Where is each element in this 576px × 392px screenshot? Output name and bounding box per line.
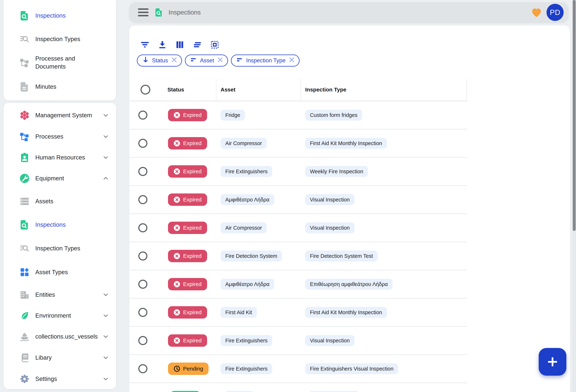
table-header: Status Asset Inspection Type xyxy=(129,78,467,101)
sidebar-item-settings[interactable]: Settings xyxy=(4,370,116,388)
chevron-down-icon[interactable] xyxy=(102,291,110,299)
close-icon[interactable] xyxy=(171,56,178,65)
plus-icon xyxy=(546,355,559,368)
sidebar-item-collections-usc-vessels[interactable]: collections.usc_vessels xyxy=(4,327,116,346)
sidebar-item-assets[interactable]: Assets xyxy=(4,192,116,210)
status-badge: Expired xyxy=(168,222,207,234)
heart-icon[interactable] xyxy=(531,7,542,18)
building-icon xyxy=(19,289,30,301)
rack-list-icon xyxy=(19,195,30,207)
inspection-type-chip: First Aid Kit Monthly Inspection xyxy=(305,138,387,149)
row-select-radio[interactable] xyxy=(138,110,147,120)
sidebar-item-label: Inspections xyxy=(35,12,66,20)
chevron-down-icon[interactable] xyxy=(102,375,110,383)
table-row[interactable]: ExpiredFirst Aid KitFirst Aid Kit Monthl… xyxy=(129,299,467,327)
sidebar-item-envrironment[interactable]: Envrironment xyxy=(4,307,116,325)
sidebar-item-management-system[interactable]: Management System xyxy=(4,106,116,124)
status-badge: Expired xyxy=(168,109,207,121)
sidebar-item-processes[interactable]: Processes xyxy=(4,128,116,146)
chevron-down-icon[interactable] xyxy=(102,154,110,161)
row-select-radio[interactable] xyxy=(138,364,147,373)
sidebar-item-libary[interactable]: Libary xyxy=(4,349,116,367)
search-list-icon xyxy=(19,33,30,45)
leaf-icon xyxy=(19,310,30,322)
asset-chip: Air Compressor xyxy=(221,138,267,149)
sidebar-item-processes-and-documents[interactable]: Processes and Documents xyxy=(4,50,116,75)
octagon-x-icon xyxy=(173,224,180,231)
scrollbar-thumb[interactable] xyxy=(573,0,576,231)
status-label: Expired xyxy=(183,338,202,344)
sidebar-item-inspection-types[interactable]: Inspection Types xyxy=(4,239,116,258)
document-icon xyxy=(19,81,30,93)
close-icon[interactable] xyxy=(217,56,224,65)
table-row[interactable]: ExpiredFire Detection SystemFire Detecti… xyxy=(129,242,467,270)
sidebar-item-human-resources[interactable]: Human Resources xyxy=(4,148,116,167)
column-header-asset: Asset xyxy=(221,86,235,93)
filter-list-icon[interactable] xyxy=(140,40,150,50)
table-row-partial[interactable] xyxy=(129,383,467,392)
close-icon[interactable] xyxy=(288,56,295,65)
row-select-radio[interactable] xyxy=(138,195,147,204)
status-label: Expired xyxy=(183,112,202,118)
inspection-doc-icon xyxy=(19,10,30,22)
value-chip xyxy=(225,391,254,392)
sidebar-item-label: Inspection Types xyxy=(35,244,80,252)
table-row[interactable]: ExpiredΑμφιθέατρο ΛήδραVisual Inspection xyxy=(129,186,467,214)
filter-chip-status[interactable]: Status xyxy=(137,54,182,67)
table-row[interactable]: ExpiredFire ExtinguishersWeekly Fire Ins… xyxy=(129,158,467,186)
filter-chip-inspection-type[interactable]: Inspection Type xyxy=(231,54,300,67)
row-select-radio[interactable] xyxy=(138,139,147,148)
chevron-down-icon[interactable] xyxy=(102,354,110,362)
table-row[interactable]: ExpiredAir CompressorVisual Inspection xyxy=(129,214,467,242)
table-row[interactable]: ExpiredFridgeCustom form fridges xyxy=(129,101,467,130)
columns-icon[interactable] xyxy=(175,40,185,50)
asset-chip: Fire Extinguishers xyxy=(221,335,272,346)
chevron-up-icon[interactable] xyxy=(102,175,110,182)
chevron-down-icon[interactable] xyxy=(102,133,110,140)
sidebar-item-equipment[interactable]: Equipment xyxy=(4,169,116,187)
ship-icon xyxy=(19,331,30,342)
chevron-down-icon[interactable] xyxy=(102,333,110,340)
sidebar-item-entities[interactable]: Entities xyxy=(4,286,116,304)
select-all-radio[interactable] xyxy=(141,85,150,95)
inspection-type-chip: Custom form fridges xyxy=(305,110,362,121)
select-area-icon[interactable] xyxy=(210,40,220,50)
download-icon[interactable] xyxy=(157,40,168,50)
filter-chipbar: StatusAssetInspection Type xyxy=(137,54,300,67)
table-row[interactable]: ExpiredAir CompressorFirst Aid Kit Month… xyxy=(129,130,467,158)
chevron-down-icon[interactable] xyxy=(102,111,110,119)
row-select-radio[interactable] xyxy=(138,336,147,345)
sort-lines-icon[interactable] xyxy=(192,40,202,50)
sidebar-item-inspection-types[interactable]: Inspection Types xyxy=(4,30,116,48)
add-inspection-button[interactable] xyxy=(539,348,566,376)
filter-chip-asset[interactable]: Asset xyxy=(185,54,228,67)
inspection-type-chip: Weekly Fire Inspection xyxy=(305,166,368,177)
sidebar-item-minutes[interactable]: Minutes xyxy=(4,78,116,96)
sidebar-item-inspections[interactable]: Inspections xyxy=(4,6,116,25)
menu-icon[interactable] xyxy=(138,8,148,16)
hexagons-icon xyxy=(19,109,30,121)
table-row[interactable]: ExpiredΑμφιθέατρο ΛήδραΕπιθέωρηση αμφιθε… xyxy=(129,270,467,299)
row-select-radio[interactable] xyxy=(138,167,147,176)
sidebar-item-inspections[interactable]: Inspections xyxy=(4,216,116,234)
sidebar-item-label: Minutes xyxy=(35,83,57,91)
asset-chip: Fire Detection System xyxy=(221,251,282,261)
sidebar-item-label: Equipment xyxy=(35,174,64,182)
clock-icon xyxy=(173,365,180,372)
sidebar-item-label: Entities xyxy=(35,291,55,299)
row-select-radio[interactable] xyxy=(138,251,147,261)
scrollbar-track[interactable] xyxy=(572,0,576,392)
id-badge-icon xyxy=(19,152,30,163)
inspection-type-chip: Επιθέωρηση αμφιθεάτρου Λήδρα xyxy=(305,279,393,290)
avatar[interactable]: PD xyxy=(547,4,564,21)
row-select-radio[interactable] xyxy=(138,223,147,232)
table-row[interactable]: ExpiredFire ExtinguishersVisual Inspecti… xyxy=(129,327,467,355)
chevron-down-icon[interactable] xyxy=(102,312,110,319)
column-divider xyxy=(216,78,216,101)
sidebar-item-asset-types[interactable]: Asset Types xyxy=(4,263,116,281)
table-row[interactable]: PendingFire ExtinguishersFire Extinguish… xyxy=(129,355,467,383)
row-select-radio[interactable] xyxy=(138,280,147,289)
octagon-x-icon xyxy=(173,253,180,260)
row-select-radio[interactable] xyxy=(138,308,147,317)
column-header-inspection-type: Inspection Type xyxy=(305,86,346,93)
